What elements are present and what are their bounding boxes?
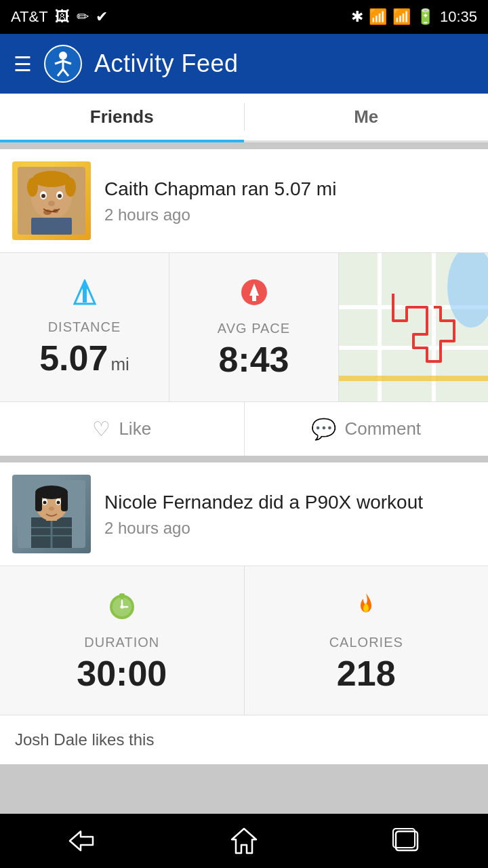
activity-card-1: Caith Chapman ran 5.07 mi 2 hours ago DI… — [0, 149, 488, 456]
signal-icon: 📶 — [369, 8, 387, 26]
home-button[interactable] — [217, 821, 271, 861]
user-action-2: Nicole Fernandez did a P90X workout — [104, 490, 476, 515]
comment-icon: 💬 — [311, 417, 336, 441]
svg-point-0 — [59, 52, 67, 60]
stat-calories: CALORIES 218 — [245, 566, 489, 715]
status-bar: AT&T 🖼 ✏ ✔ ✱ 📶 📶 🔋 10:35 — [0, 0, 488, 34]
action-row-1: ♡ Like 💬 Comment — [0, 401, 488, 456]
svg-point-16 — [43, 210, 52, 215]
avatar-1 — [12, 161, 91, 240]
svg-point-8 — [33, 171, 70, 187]
svg-point-45 — [57, 501, 60, 505]
svg-line-4 — [58, 69, 63, 76]
bluetooth-icon: ✱ — [351, 8, 363, 26]
svg-rect-18 — [31, 218, 72, 235]
time-label: 10:35 — [440, 8, 477, 26]
status-bar-right: ✱ 📶 📶 🔋 10:35 — [351, 8, 477, 26]
svg-rect-40 — [35, 492, 42, 511]
distance-label: DISTANCE — [48, 319, 121, 335]
svg-line-5 — [63, 69, 68, 76]
svg-rect-24 — [252, 294, 256, 301]
calories-value: 218 — [337, 656, 396, 691]
user-info-2: Nicole Fernandez did a P90X workout 2 ho… — [0, 462, 488, 566]
pace-label: AVG PACE — [218, 321, 290, 336]
svg-point-13 — [41, 194, 45, 198]
pace-value: 8:43 — [218, 342, 289, 377]
user-action-1: Caith Chapman ran 5.07 mi — [104, 177, 476, 201]
user-text-1: Caith Chapman ran 5.07 mi 2 hours ago — [104, 177, 476, 224]
svg-marker-54 — [232, 829, 256, 853]
user-text-2: Nicole Fernandez did a P90X workout 2 ho… — [104, 490, 476, 538]
pace-icon — [240, 278, 268, 313]
comment-button-1[interactable]: 💬 Comment — [245, 402, 489, 456]
svg-point-10 — [65, 178, 76, 197]
like-button-1[interactable]: ♡ Like — [0, 402, 245, 456]
svg-point-9 — [27, 178, 38, 197]
timer-icon — [107, 591, 137, 627]
activity-card-2: Nicole Fernandez did a P90X workout 2 ho… — [0, 462, 488, 764]
wifi-icon: 📶 — [392, 8, 411, 26]
svg-point-17 — [53, 209, 58, 213]
svg-rect-41 — [61, 492, 68, 511]
status-bar-left: AT&T 🖼 ✏ ✔ — [11, 8, 108, 26]
svg-point-14 — [58, 194, 62, 198]
stat-pace: AVG PACE 8:43 — [169, 253, 339, 401]
tab-me[interactable]: Me — [245, 94, 489, 140]
distance-value: 5.07mi — [39, 340, 129, 376]
road-icon — [70, 279, 99, 311]
carrier-label: AT&T — [11, 8, 48, 26]
user-info-1: Caith Chapman ran 5.07 mi 2 hours ago — [0, 149, 488, 252]
activity-feed: Caith Chapman ran 5.07 mi 2 hours ago DI… — [0, 142, 488, 832]
check-icon: ✔ — [96, 8, 108, 26]
battery-icon: 🔋 — [416, 8, 434, 26]
notification-icon: 🖼 — [55, 8, 70, 26]
stats-row-2: DURATION 30:00 CALORIES 218 — [0, 566, 488, 715]
svg-point-15 — [48, 201, 55, 206]
avatar-2 — [12, 475, 91, 553]
duration-value: 30:00 — [77, 656, 167, 691]
flame-icon — [351, 591, 381, 627]
stats-row-1: DISTANCE 5.07mi AVG PACE 8:43 — [0, 252, 488, 401]
map-block — [339, 253, 488, 401]
user-time-2: 2 hours ago — [104, 519, 476, 538]
likes-footer-2: Josh Dale likes this — [0, 715, 488, 764]
tabs-bar: Friends Me — [0, 94, 488, 142]
svg-point-44 — [43, 501, 47, 505]
svg-point-53 — [120, 605, 123, 608]
back-button[interactable] — [54, 821, 108, 861]
app-title: Activity Feed — [94, 50, 239, 78]
stat-distance: DISTANCE 5.07mi — [0, 253, 169, 401]
app-header: ☰ Activity Feed — [0, 34, 488, 94]
tab-friends[interactable]: Friends — [0, 94, 244, 140]
bottom-nav — [0, 814, 488, 868]
app-logo — [44, 45, 82, 83]
stat-duration: DURATION 30:00 — [0, 566, 245, 715]
edit-icon: ✏ — [77, 8, 89, 26]
user-time-1: 2 hours ago — [104, 205, 476, 224]
svg-point-46 — [49, 507, 54, 511]
menu-button[interactable]: ☰ — [14, 52, 32, 76]
svg-line-2 — [55, 61, 63, 64]
recents-button[interactable] — [380, 821, 434, 861]
duration-label: DURATION — [84, 635, 159, 650]
svg-line-3 — [63, 61, 71, 64]
calories-label: CALORIES — [329, 635, 403, 650]
svg-rect-20 — [83, 288, 87, 302]
heart-icon: ♡ — [92, 417, 110, 441]
